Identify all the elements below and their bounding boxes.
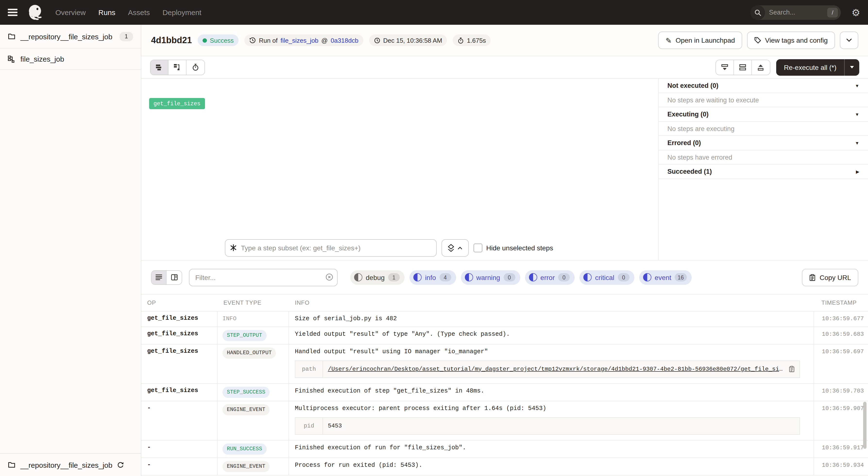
triangle-down-icon: ▼ [855,83,859,88]
metadata-path-link[interactable]: /Users/erincochran/Desktop/asset_tutoria… [328,366,784,373]
log-level-filters: debug1info4warning0error0critical0event1… [350,270,692,284]
log-level-toggle-debug[interactable]: debug1 [350,270,405,284]
triangle-right-icon: ▶ [856,169,859,174]
step-section-header[interactable]: Succeeded (1)▶ [659,165,868,179]
menu-icon[interactable] [8,9,18,16]
status-dot-icon [203,38,207,42]
log-row[interactable]: -ENGINE_EVENTProcess for run exited (pid… [141,458,868,475]
step-section-title: Succeeded (1) [668,168,712,175]
nav-assets[interactable]: Assets [128,8,150,16]
graph-query-toggle-button[interactable] [441,239,469,257]
sidebar-item-repository[interactable]: __repository__file_sizes_job 1 [0,25,141,48]
dagster-logo-icon[interactable] [26,4,44,21]
gear-icon[interactable]: ⚙ [851,7,860,17]
event-type-badge: STEP_SUCCESS [222,387,270,398]
collapse-up-button[interactable] [752,60,770,74]
event-type-badge: ENGINE_EVENT [222,461,270,472]
event-type-badge: HANDLED_OUTPUT [222,347,276,359]
copy-path-icon[interactable] [789,366,795,372]
log-row[interactable]: get_file_sizesSTEP_OUTPUTYielded output … [141,327,868,344]
waterfall-icon [174,64,181,71]
log-level-toggle-critical[interactable]: critical0 [580,270,634,284]
step-subset-input[interactable] [225,239,437,257]
log-info-cell: Finished execution of run for "file_size… [289,440,814,457]
log-row[interactable]: -ENGINE_EVENTMultiprocess executor: pare… [141,401,868,441]
stopwatch-icon [458,37,464,43]
log-table-header: OP EVENT TYPE INFO TIMESTAMP [141,294,868,311]
view-tags-config-button[interactable]: View tags and config [747,32,835,49]
collapse-up-icon [757,64,765,71]
gantt-step-bar[interactable]: get_file_sizes [149,98,205,109]
log-timestamp: 10:36:59.907 [814,401,868,440]
sidebar-item-job[interactable]: file_sizes_job [0,48,141,70]
log-timestamp: 10:36:59.703 [814,384,868,401]
open-in-launchpad-button[interactable]: ✎ Open in Launchpad [658,32,742,49]
caret-down-icon [849,66,855,69]
toggle-icon [354,273,362,281]
col-event-type: EVENT TYPE [218,295,289,311]
hide-unselected-checkbox[interactable] [473,244,482,252]
log-level-toggle-warning[interactable]: warning0 [461,270,520,284]
reexecute-all-button[interactable]: Re-execute all (*) [776,59,844,75]
split-view-button[interactable] [734,60,752,74]
main-nav: Overview Runs Assets Deployment [55,8,202,16]
commit-link[interactable]: 0a318dcb [331,37,358,44]
log-op: - [141,440,218,457]
event-type-badge: ENGINE_EVENT [222,404,270,415]
log-info-cell: Handled output "result" using IO manager… [289,344,814,383]
log-table: OP EVENT TYPE INFO TIMESTAMP get_file_si… [141,294,868,476]
search-input[interactable]: Search... / [750,5,841,20]
hide-unselected-control[interactable]: Hide unselected steps [473,244,553,252]
log-level-label: error [540,273,555,281]
log-info-cell: Multiprocess executor: parent process ex… [289,401,814,440]
step-status-panel: Not executed (0)▼No steps are waiting to… [658,79,868,260]
header-more-button[interactable] [840,32,858,49]
toggle-icon [529,273,537,281]
step-section-header[interactable]: Executing (0)▼ [659,107,868,122]
metadata-box: path/Users/erincochran/Desktop/asset_tut… [295,361,800,378]
log-level-toggle-error[interactable]: error0 [525,270,575,284]
log-level-toggle-event[interactable]: event16 [639,270,692,284]
copy-url-button[interactable]: Copy URL [802,269,858,286]
collapse-down-button[interactable] [716,60,734,74]
log-info-text: Process for run exited (pid: 5453). [295,461,808,470]
log-event-type-cell: ENGINE_EVENT [218,401,289,440]
reexecute-dropdown-button[interactable] [844,59,859,75]
log-level-label: warning [476,273,500,281]
reload-icon[interactable] [117,462,124,468]
log-level-label: debug [366,273,385,281]
stopwatch-icon [192,64,199,71]
toggle-icon [643,273,651,281]
timing-view-button[interactable] [187,60,205,74]
flat-view-button[interactable] [151,60,168,74]
step-section-header[interactable]: Errored (0)▼ [659,136,868,150]
dagster-run-page: Overview Runs Assets Deployment Search..… [0,0,868,476]
clear-filter-icon[interactable] [326,273,333,281]
sidebar-footer-repository[interactable]: __repository__file_sizes_job [0,453,141,476]
nav-deployment[interactable]: Deployment [162,8,202,16]
log-event-type-cell: HANDLED_OUTPUT [218,344,289,383]
step-section-header[interactable]: Not executed (0)▼ [659,79,868,93]
gantt-view-switcher [150,60,205,75]
waterfall-view-button[interactable] [168,60,187,74]
log-row[interactable]: get_file_sizesSTEP_SUCCESSFinished execu… [141,384,868,401]
toggle-icon [413,273,422,281]
log-info-text: Handled output "result" using IO manager… [295,348,808,356]
log-filter-input[interactable] [189,269,338,286]
log-list-view-button[interactable] [152,271,166,284]
metadata-value-cell: 5453 [323,417,800,434]
step-section-title: Not executed (0) [668,82,718,89]
nav-runs[interactable]: Runs [98,8,115,16]
search-placeholder: Search... [769,9,827,16]
col-info: INFO [289,295,814,311]
log-row[interactable]: -RUN_SUCCESSFinished execution of run fo… [141,440,868,458]
log-structured-view-button[interactable] [166,271,182,284]
flat-bars-icon [155,64,163,71]
search-shortcut-badge: / [827,7,838,17]
vertical-scrollbar-thumb[interactable] [863,402,867,449]
nav-overview[interactable]: Overview [55,8,86,16]
log-row[interactable]: get_file_sizesHANDLED_OUTPUTHandled outp… [141,344,868,384]
log-level-toggle-info[interactable]: info4 [409,270,456,284]
job-link[interactable]: file_sizes_job [280,37,318,44]
log-row[interactable]: get_file_sizesINFOSize of serial_job.py … [141,311,868,327]
